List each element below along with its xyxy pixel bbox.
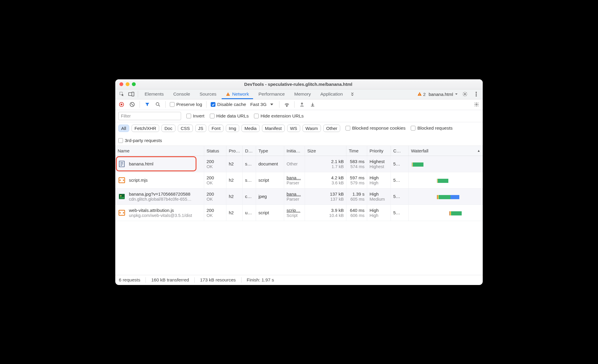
main-tab-network[interactable]: Network bbox=[222, 89, 253, 99]
divider bbox=[279, 101, 279, 108]
main-tab-memory[interactable]: Memory bbox=[290, 89, 315, 99]
issues-count: 2 bbox=[423, 92, 426, 97]
network-conditions-icon[interactable] bbox=[284, 101, 290, 108]
priority-cell: HighHigh bbox=[367, 172, 391, 188]
table-row[interactable]: banana.jpg?v=1705668720588cdn.glitch.glo… bbox=[115, 189, 483, 205]
connection-cell: 5… bbox=[391, 205, 409, 221]
waterfall-bar bbox=[411, 157, 480, 171]
type-cell: jpeg bbox=[256, 189, 284, 204]
column-header[interactable]: Name bbox=[115, 146, 204, 156]
svg-point-9 bbox=[476, 94, 477, 95]
traffic-lights bbox=[119, 82, 136, 86]
type-pill-ws[interactable]: WS bbox=[287, 125, 300, 132]
column-header[interactable]: Waterfall▲ bbox=[409, 146, 483, 156]
close-window-button[interactable] bbox=[119, 82, 123, 86]
waterfall-bar bbox=[411, 173, 480, 187]
divider bbox=[145, 277, 146, 283]
main-tab-application[interactable]: Application bbox=[316, 89, 347, 99]
initiator-cell: scrip…Script bbox=[284, 205, 305, 221]
table-row[interactable]: web-vitals.attribution.jsunpkg.com/web-v… bbox=[115, 205, 483, 221]
size-cell: 2.1 kB1.7 kB bbox=[305, 156, 346, 172]
settings-icon[interactable] bbox=[461, 90, 469, 98]
initiator-link[interactable]: scrip… bbox=[287, 208, 300, 213]
export-har-icon[interactable] bbox=[299, 101, 305, 108]
column-header[interactable]: Type bbox=[256, 146, 284, 156]
type-pill-all[interactable]: All bbox=[118, 125, 129, 132]
clear-button[interactable] bbox=[129, 101, 135, 108]
more-tabs-icon[interactable] bbox=[348, 90, 356, 98]
blocked-requests-checkbox[interactable]: Blocked requests bbox=[411, 125, 453, 131]
third-party-checkbox[interactable]: 3rd-party requests bbox=[118, 138, 162, 143]
context-selector[interactable]: banana.html bbox=[428, 92, 458, 97]
domain-cell: sp… bbox=[243, 156, 256, 172]
table-row[interactable]: banana.html200OKh2sp…documentOther2.1 kB… bbox=[115, 156, 483, 172]
waterfall-cell bbox=[409, 172, 483, 188]
initiator-link[interactable]: bana… bbox=[287, 175, 301, 180]
preserve-log-label: Preserve log bbox=[176, 102, 202, 107]
type-pill-img[interactable]: Img bbox=[226, 125, 239, 132]
column-header[interactable]: Status bbox=[204, 146, 226, 156]
size-cell: 137 kB137 kB bbox=[305, 189, 346, 204]
column-header[interactable]: Priority bbox=[367, 146, 391, 156]
protocol-cell: h2 bbox=[226, 172, 243, 188]
column-header[interactable]: D… bbox=[243, 146, 256, 156]
maximize-window-button[interactable] bbox=[132, 82, 136, 86]
record-button[interactable] bbox=[118, 101, 125, 108]
svg-point-14 bbox=[156, 103, 159, 106]
blocked-response-cookies-checkbox[interactable]: Blocked response cookies bbox=[346, 125, 405, 131]
initiator-link[interactable]: bana… bbox=[287, 191, 301, 197]
filter-icon[interactable] bbox=[144, 101, 151, 108]
type-pill-css[interactable]: CSS bbox=[178, 125, 193, 132]
more-options-icon[interactable] bbox=[472, 90, 480, 98]
status-cell: 200OK bbox=[204, 156, 226, 172]
type-cell: script bbox=[256, 172, 284, 188]
svg-rect-4 bbox=[228, 95, 228, 95]
network-settings-icon[interactable] bbox=[473, 101, 480, 108]
hide-extension-urls-checkbox[interactable]: Hide extension URLs bbox=[254, 113, 304, 119]
issues-counter[interactable]: 2 bbox=[417, 92, 426, 97]
device-toolbar-icon[interactable] bbox=[127, 90, 135, 98]
svg-point-10 bbox=[476, 95, 477, 96]
type-pill-js[interactable]: JS bbox=[195, 125, 207, 132]
column-header[interactable]: Time bbox=[346, 146, 367, 156]
type-pill-manifest[interactable]: Manifest bbox=[262, 125, 285, 132]
divider bbox=[165, 101, 166, 108]
table-body: banana.html200OKh2sp…documentOther2.1 kB… bbox=[115, 156, 483, 275]
column-header[interactable]: Size bbox=[305, 146, 346, 156]
divider bbox=[241, 277, 242, 283]
search-icon[interactable] bbox=[155, 101, 161, 108]
svg-point-7 bbox=[464, 94, 466, 95]
preserve-log-checkbox[interactable]: Preserve log bbox=[170, 102, 202, 107]
column-header[interactable]: C… bbox=[391, 146, 409, 156]
inspect-element-icon[interactable] bbox=[118, 90, 126, 98]
throttling-select[interactable]: Fast 3G bbox=[250, 102, 275, 107]
type-pill-doc[interactable]: Doc bbox=[162, 125, 175, 132]
hide-data-urls-checkbox[interactable]: Hide data URLs bbox=[210, 113, 249, 119]
main-tab-label: Network bbox=[232, 91, 249, 97]
main-tab-sources[interactable]: Sources bbox=[196, 89, 221, 99]
main-tab-performance[interactable]: Performance bbox=[254, 89, 289, 99]
main-tab-elements[interactable]: Elements bbox=[140, 89, 168, 99]
type-filter-bar: AllFetch/XHRDocCSSJSFontImgMediaManifest… bbox=[115, 122, 483, 146]
type-pill-fetch-xhr[interactable]: Fetch/XHR bbox=[132, 125, 159, 132]
minimize-window-button[interactable] bbox=[126, 82, 129, 86]
type-cell: document bbox=[256, 156, 284, 172]
filter-input[interactable] bbox=[118, 112, 181, 120]
table-header: NameStatusPro…D…TypeInitia…SizeTimePrior… bbox=[115, 146, 483, 156]
img-file-icon bbox=[118, 192, 126, 201]
warning-icon bbox=[226, 92, 230, 96]
column-header[interactable]: Initia… bbox=[284, 146, 305, 156]
column-header[interactable]: Pro… bbox=[226, 146, 243, 156]
svg-point-8 bbox=[476, 92, 477, 93]
import-har-icon[interactable] bbox=[309, 101, 316, 108]
invert-checkbox[interactable]: Invert bbox=[186, 113, 204, 119]
type-pill-wasm[interactable]: Wasm bbox=[303, 125, 321, 132]
blocked-resp-cookies-label: Blocked response cookies bbox=[352, 125, 405, 131]
svg-rect-2 bbox=[132, 92, 134, 96]
type-pill-media[interactable]: Media bbox=[242, 125, 260, 132]
type-pill-font[interactable]: Font bbox=[209, 125, 223, 132]
disable-cache-checkbox[interactable]: Disable cache bbox=[211, 102, 246, 107]
main-tab-console[interactable]: Console bbox=[169, 89, 194, 99]
table-row[interactable]: script.mjs200OKh2sp…scriptbana…Parser4.2… bbox=[115, 172, 483, 189]
type-pill-other[interactable]: Other bbox=[323, 125, 340, 132]
